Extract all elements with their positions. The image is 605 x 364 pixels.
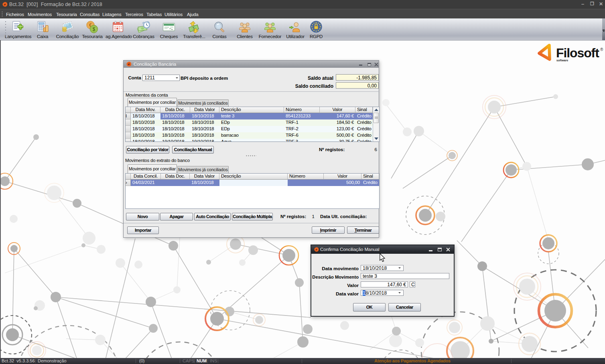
svg-text:software: software [556, 59, 568, 62]
svg-text:$: $ [92, 26, 95, 32]
svg-text:®: ® [600, 47, 603, 52]
svg-text:Filosoft: Filosoft [556, 46, 599, 60]
